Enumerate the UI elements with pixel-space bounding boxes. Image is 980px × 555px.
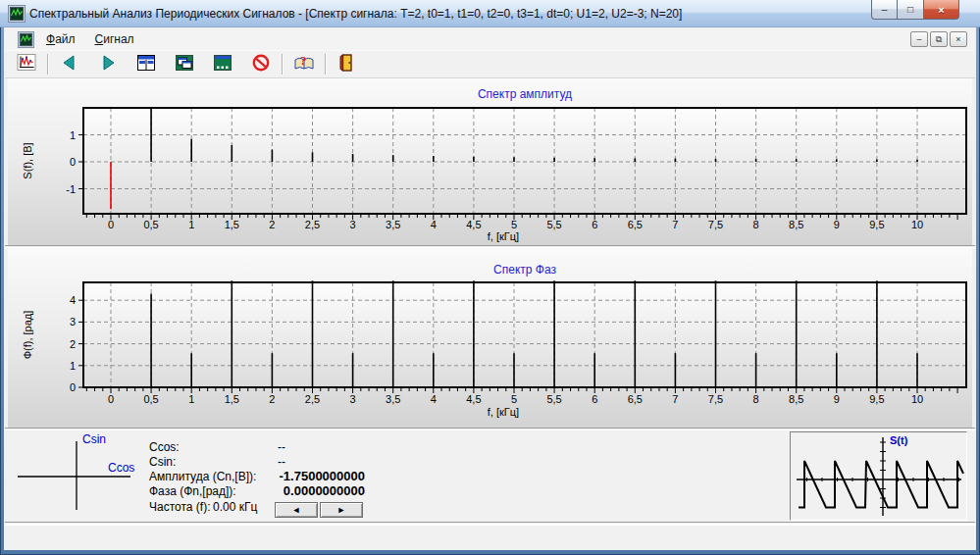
svg-text:9: 9: [834, 219, 840, 230]
signal-preview-label: S(t): [890, 434, 907, 446]
csin-axis-label: Csin: [82, 432, 106, 446]
cascade-windows-button[interactable]: [171, 52, 197, 76]
menubar: Файл Сигнал – ⧉ ×: [5, 28, 975, 50]
window-minimize-button[interactable]: –: [871, 0, 898, 20]
right-arrow-icon: [98, 53, 118, 76]
svg-text:0: 0: [108, 219, 114, 230]
toolbar-separator: [47, 54, 49, 75]
svg-text:7,5: 7,5: [708, 393, 723, 405]
svg-text:5: 5: [511, 219, 517, 230]
chart-title: Спектр амплитуд: [478, 87, 572, 101]
svg-text:7: 7: [672, 219, 678, 230]
svg-text:5,5: 5,5: [546, 393, 561, 405]
phase-spectrum-panel: 00,511,522,533,544,555,566,577,588,599,5…: [8, 248, 972, 429]
svg-text:0: 0: [108, 393, 114, 405]
svg-text:1,5: 1,5: [225, 393, 239, 405]
svg-text:1: 1: [70, 360, 76, 372]
svg-text:3,5: 3,5: [386, 393, 400, 405]
mdi-minimize-button[interactable]: –: [910, 31, 928, 47]
cascade-windows-icon: [175, 53, 194, 76]
signal-waveform: [791, 432, 966, 520]
signal-preview: S(t): [790, 431, 967, 521]
csin-value: --: [278, 455, 285, 469]
svg-text:0,5: 0,5: [143, 219, 158, 230]
harmonic-info-panel: Csin Ccos Ccos: Csin: Амплитуда (Cn,[В])…: [4, 430, 976, 522]
amplitude-spectrum-chart: 00,511,522,533,544,555,566,577,588,599,5…: [8, 78, 972, 246]
spectrum-chart-button[interactable]: [13, 52, 39, 76]
amplitude-spectrum-panel: 00,511,522,533,544,555,566,577,588,599,5…: [8, 78, 972, 246]
svg-text:6: 6: [592, 393, 597, 405]
mdi-restore-button[interactable]: ⧉: [930, 31, 948, 47]
next-harmonic-step-button[interactable]: ►: [320, 502, 363, 518]
svg-text:4: 4: [431, 219, 437, 230]
svg-text:4,5: 4,5: [466, 393, 481, 405]
svg-text:-1: -1: [66, 183, 76, 195]
window-title: Спектральный Анализ Периодических Сигнал…: [29, 0, 682, 27]
svg-text:6,5: 6,5: [628, 219, 643, 230]
svg-text:0,5: 0,5: [143, 393, 158, 405]
stop-button[interactable]: [247, 52, 274, 76]
svg-text:2: 2: [70, 338, 76, 350]
svg-text:6,5: 6,5: [628, 393, 643, 405]
svg-text:4: 4: [431, 393, 437, 405]
svg-text:8: 8: [753, 219, 759, 230]
svg-text:10: 10: [911, 219, 923, 230]
amplitude-label: Амплитуда (Cn,[В]):: [149, 470, 256, 483]
tile-windows-button[interactable]: [132, 52, 159, 76]
document-icon[interactable]: [18, 31, 34, 48]
close-icon: ×: [938, 4, 944, 16]
window-close-button[interactable]: ×: [923, 0, 959, 20]
mdi-restore-icon: ⧉: [936, 34, 942, 45]
phase-label: Фаза (Фn,[рад]):: [149, 484, 236, 498]
svg-text:2: 2: [269, 219, 275, 230]
svg-text:1,5: 1,5: [225, 219, 239, 230]
next-harmonic-button[interactable]: [94, 52, 121, 76]
svg-text:6: 6: [592, 219, 597, 230]
svg-text:8: 8: [753, 393, 759, 405]
chart-title: Спектр Фаз: [493, 263, 556, 277]
svg-text:2: 2: [269, 393, 275, 405]
svg-text:5,5: 5,5: [546, 219, 561, 230]
y-axis-label: Ф(f), [рад]: [22, 311, 33, 360]
phase-spectrum-chart: 00,511,522,533,544,555,566,577,588,599,5…: [8, 248, 972, 429]
help-book-icon: ?: [293, 53, 315, 76]
svg-text:9,5: 9,5: [869, 393, 884, 405]
svg-text:4,5: 4,5: [466, 219, 481, 230]
arrange-icons-button[interactable]: [209, 52, 235, 76]
toolbar-separator: [282, 54, 284, 75]
svg-text:0: 0: [70, 381, 76, 393]
ccos-axis-label: Ccos: [108, 461, 134, 475]
prev-harmonic-step-button[interactable]: ◄: [275, 502, 318, 518]
tile-windows-icon: [136, 53, 156, 76]
prev-harmonic-button[interactable]: [56, 52, 82, 76]
menu-file[interactable]: Файл: [38, 30, 83, 48]
svg-text:1: 1: [188, 219, 194, 230]
exit-door-icon: [337, 53, 357, 76]
help-button[interactable]: ?: [290, 52, 317, 76]
spectrum-chart-icon: [17, 53, 36, 76]
svg-text:7,5: 7,5: [708, 219, 723, 230]
svg-text:3: 3: [70, 316, 76, 328]
csin-ccos-axes: [4, 430, 146, 522]
arrange-icons-icon: [213, 53, 232, 76]
y-axis-label: S(f), [В]: [22, 142, 33, 178]
app-window: Спектральный Анализ Периодических Сигнал…: [0, 0, 980, 555]
svg-text:?: ?: [300, 53, 307, 68]
maximize-icon: □: [907, 4, 913, 15]
svg-text:8,5: 8,5: [789, 219, 803, 230]
exit-button[interactable]: [334, 52, 360, 76]
mdi-close-button[interactable]: ×: [950, 31, 967, 47]
left-arrow-icon: [60, 53, 79, 76]
window-maximize-button[interactable]: □: [898, 0, 923, 20]
svg-text:0: 0: [70, 156, 76, 168]
titlebar: Спектральный Анализ Периодических Сигнал…: [0, 0, 980, 27]
minimize-icon: –: [882, 4, 888, 15]
x-axis-label: f, [кГц]: [488, 406, 519, 418]
svg-text:3: 3: [350, 219, 356, 230]
svg-text:2,5: 2,5: [305, 393, 320, 405]
svg-text:4: 4: [70, 294, 76, 306]
right-triangle-icon: ►: [337, 505, 346, 515]
svg-text:1: 1: [70, 129, 76, 141]
menu-signal[interactable]: Сигнал: [87, 30, 142, 48]
toolbar: ?: [5, 50, 975, 78]
